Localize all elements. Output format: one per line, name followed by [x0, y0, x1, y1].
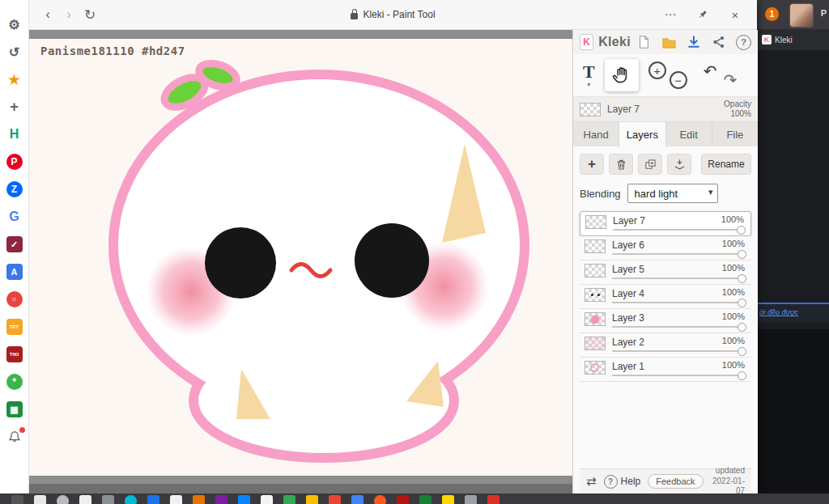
history-icon[interactable]: ↺ — [6, 44, 23, 60]
tab-file[interactable]: File — [712, 122, 758, 146]
layer-opacity-knob[interactable] — [738, 347, 746, 356]
taskbar-icon[interactable] — [419, 495, 432, 504]
feedback-button[interactable]: Feedback — [648, 474, 703, 489]
open-folder-icon[interactable] — [661, 34, 677, 50]
background-tab-row[interactable]: K Kleki — [757, 29, 829, 50]
taskbar-start-icon[interactable] — [34, 495, 46, 504]
taskbar-icon[interactable] — [79, 495, 91, 504]
layer-opacity-knob[interactable] — [738, 323, 746, 332]
layer-row-7[interactable]: Layer 7 100% — [580, 211, 751, 236]
merge-layer-button[interactable] — [667, 154, 691, 175]
zalo-icon[interactable]: Z — [6, 181, 23, 197]
background-window-titlebar: 1 P — [757, 0, 829, 29]
layer-opacity-knob[interactable] — [738, 299, 746, 307]
taskbar-icon[interactable] — [193, 495, 205, 504]
pin-window-icon[interactable] — [692, 4, 713, 25]
taskbar-icon[interactable] — [351, 495, 363, 504]
taskbar-icon[interactable] — [11, 495, 23, 504]
avatar[interactable] — [789, 3, 814, 28]
shield-check-icon[interactable]: ✓ — [6, 236, 23, 252]
google-icon[interactable]: G — [6, 209, 23, 225]
layer-name: Layer 2 — [612, 337, 644, 348]
blending-select[interactable]: hard light — [627, 184, 718, 203]
red-app-icon[interactable]: ○ — [6, 291, 23, 307]
tiki-app-icon[interactable]: TIKI — [6, 346, 23, 362]
tab-hand[interactable]: Hand — [573, 122, 619, 146]
taskbar-icon[interactable] — [261, 495, 273, 504]
taskbar-icon[interactable] — [238, 495, 250, 504]
duplicate-layer-button[interactable] — [638, 154, 662, 175]
rewards-star-icon[interactable]: ★ — [6, 71, 23, 87]
h-app-icon[interactable]: H — [6, 126, 23, 142]
swap-ui-icon[interactable]: ⇄ — [586, 474, 597, 489]
layer-row-3[interactable]: Layer 3 100% — [580, 309, 751, 333]
taskbar-search-icon[interactable] — [57, 495, 69, 504]
help-icon[interactable]: ? — [736, 35, 751, 50]
layer-opacity-slider[interactable] — [612, 326, 743, 328]
layer-opacity-slider[interactable] — [613, 229, 742, 231]
redo-button[interactable]: ↷ — [723, 72, 737, 88]
layer-row-4[interactable]: Layer 4 100% — [580, 285, 751, 309]
forward-button[interactable]: › — [58, 4, 79, 25]
layer-opacity-value: 100% — [722, 336, 745, 345]
tab-layers[interactable]: Layers — [619, 122, 665, 146]
tab-edit[interactable]: Edit — [666, 122, 712, 146]
new-file-icon[interactable] — [636, 34, 652, 50]
taskbar-icon[interactable] — [374, 495, 386, 504]
layer-opacity-slider[interactable] — [612, 350, 743, 352]
kleki-mini-logo-icon: K — [762, 35, 772, 44]
canvas-scroll-strip[interactable] — [29, 484, 572, 493]
add-layer-button[interactable]: + — [580, 154, 604, 175]
taskbar-icon[interactable] — [125, 495, 137, 504]
close-button[interactable]: × — [725, 4, 746, 25]
taskbar-icon[interactable] — [329, 495, 341, 504]
zoom-out-button[interactable]: − — [670, 71, 687, 89]
more-menu-button[interactable]: ⋯ — [660, 4, 681, 25]
layer-opacity-slider[interactable] — [612, 375, 743, 376]
paint-canvas[interactable]: Panisme181110 #hd247 — [29, 39, 572, 476]
share-icon[interactable] — [711, 34, 727, 50]
settings-gear-icon[interactable]: ⚙ — [6, 16, 23, 32]
hand-tool-button-active[interactable] — [605, 59, 639, 91]
help-link[interactable]: ? Help — [604, 475, 641, 489]
layer-row-5[interactable]: Layer 5 100% — [580, 260, 751, 285]
back-button[interactable]: ‹ — [37, 4, 58, 25]
sheets-grid-icon[interactable]: ▦ — [6, 401, 23, 417]
layer-opacity-slider[interactable] — [612, 302, 743, 303]
layer-row-2[interactable]: Layer 2 100% — [580, 333, 751, 358]
pinterest-icon[interactable]: P — [6, 154, 23, 170]
taskbar-icon[interactable] — [442, 495, 454, 504]
taskbar-icon[interactable] — [102, 495, 114, 504]
layer-row-6[interactable]: Layer 6 100% — [580, 236, 751, 260]
zoom-in-button[interactable]: + — [648, 61, 666, 79]
text-tool-button[interactable]: T ▾ — [583, 63, 595, 88]
reload-button[interactable]: ↻ — [79, 4, 100, 25]
layer-opacity-knob[interactable] — [737, 226, 746, 235]
taskbar-icon[interactable] — [147, 495, 159, 504]
layer-opacity-slider[interactable] — [612, 253, 743, 255]
taskbar-icon[interactable] — [170, 495, 182, 504]
layer-opacity-knob[interactable] — [738, 274, 746, 283]
taskbar-icon[interactable] — [397, 495, 409, 504]
taskbar-icon[interactable] — [487, 495, 500, 504]
layer-row-1[interactable]: Layer 1 100% — [580, 358, 751, 382]
taskbar-icon[interactable] — [215, 495, 227, 504]
taskbar-icon[interactable] — [283, 495, 295, 504]
current-layer-bar[interactable]: Layer 7 Opacity 100% — [573, 97, 758, 122]
layer-opacity-value: 100% — [722, 263, 745, 273]
tet-app-icon[interactable]: TET — [6, 319, 23, 335]
background-window[interactable]: 1 P K Kleki ời đều được — [757, 0, 829, 493]
bell-icon[interactable] — [6, 429, 23, 445]
undo-button[interactable]: ↶ — [704, 63, 717, 79]
layer-opacity-knob[interactable] — [738, 250, 746, 259]
taskbar-icon[interactable] — [465, 495, 477, 504]
download-save-icon[interactable] — [686, 34, 702, 50]
delete-layer-button[interactable] — [609, 154, 633, 175]
translate-icon[interactable]: A — [6, 264, 23, 280]
green-app-icon[interactable]: * — [6, 374, 23, 390]
layer-opacity-knob[interactable] — [738, 371, 746, 380]
add-icon[interactable]: + — [6, 99, 23, 115]
rename-layer-button[interactable]: Rename — [701, 154, 751, 175]
taskbar-icon[interactable] — [306, 495, 318, 504]
layer-opacity-slider[interactable] — [612, 277, 743, 279]
